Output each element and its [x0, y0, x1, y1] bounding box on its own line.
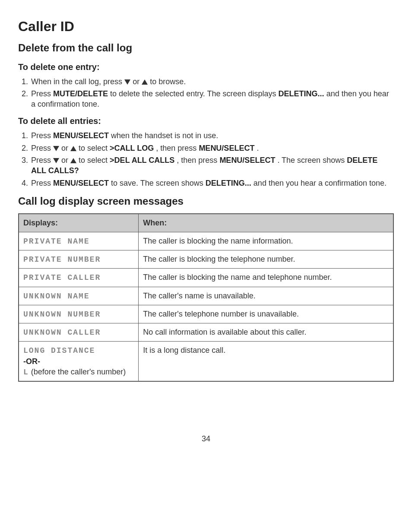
table-row: LONG DISTANCE -OR- L (before the caller'… [19, 342, 393, 381]
lcd-text: UNKNOWN NAME [23, 292, 90, 301]
lcd-text: PRIVATE NUMBER [23, 255, 101, 264]
text: Press [31, 89, 53, 98]
lcd-text: UNKNOWN CALLER [23, 328, 101, 337]
key-label: MENU/SELECT [53, 179, 109, 187]
table-row: UNKNOWN NAME The caller's name is unavai… [19, 287, 393, 305]
step: Press MENU/SELECT to save. The screen sh… [30, 178, 394, 188]
text: or [61, 144, 70, 152]
text: or [61, 156, 70, 165]
step: When in the call log, press or to browse… [30, 76, 394, 87]
text: or [133, 77, 142, 86]
text: to delete the selected entry. The screen… [110, 89, 279, 98]
lcd-text: LONG DISTANCE [23, 346, 95, 355]
table-row: UNKNOWN CALLER No call information is av… [19, 323, 393, 342]
subheading-delete-all: To delete all entries: [18, 115, 394, 127]
table-row: PRIVATE CALLER The caller is blocking th… [19, 269, 393, 287]
lcd-text: PRIVATE NAME [23, 237, 90, 246]
text: to select [79, 156, 110, 165]
cell-when: The caller's telephone number is unavail… [139, 305, 393, 323]
step: Press or to select >CALL LOG , then pres… [30, 143, 394, 153]
text: Press [31, 131, 53, 140]
step: Press MUTE/DELETE to delete the selected… [30, 89, 394, 110]
cell-when: The caller is blocking the name and tele… [139, 269, 393, 287]
menu-option: >DEL ALL CALLS [110, 156, 174, 165]
key-label: MENU/SELECT [219, 156, 275, 165]
text: , then press [177, 156, 219, 165]
up-triangle-icon [70, 158, 76, 163]
table-row: PRIVATE NUMBER The caller is blocking th… [19, 250, 393, 268]
column-header-when: When: [139, 214, 393, 232]
up-triangle-icon [142, 79, 148, 85]
down-triangle-icon [124, 79, 130, 85]
text: , then press [156, 144, 199, 152]
cell-when: No call information is available about t… [139, 323, 393, 342]
section-messages: Call log display screen messages [18, 194, 394, 208]
text: to select [79, 144, 110, 152]
table-row: PRIVATE NAME The caller is blocking the … [19, 232, 393, 250]
down-triangle-icon [53, 146, 59, 151]
down-triangle-icon [53, 158, 59, 163]
text: to browse. [150, 77, 186, 86]
lcd-prefix: L [23, 368, 29, 377]
subheading-delete-one: To delete one entry: [18, 61, 394, 73]
section-delete: Delete from the call log [18, 41, 394, 55]
text: . [257, 144, 259, 152]
text: (before the caller's number) [29, 367, 126, 376]
cell-when: It is a long distance call. [139, 342, 393, 381]
text: Press [31, 156, 53, 165]
key-label: MENU/SELECT [199, 144, 254, 152]
step: Press MENU/SELECT when the handset is no… [30, 130, 394, 141]
text: to save. The screen shows [111, 179, 206, 187]
text: Press [31, 179, 53, 187]
text: and then you hear a confirmation tone. [254, 179, 387, 187]
steps-delete-one: When in the call log, press or to browse… [18, 76, 394, 110]
up-triangle-icon [70, 146, 76, 151]
screen-text: DELETING... [279, 89, 324, 98]
or-label: -OR- [23, 357, 40, 366]
step: Press or to select >DEL ALL CALLS , then… [30, 155, 394, 176]
key-label: MUTE/DELETE [53, 89, 108, 98]
screen-text: DELETING... [206, 179, 251, 187]
messages-table: Displays: When: PRIVATE NAME The caller … [18, 213, 394, 382]
cell-when: The caller's name is unavailable. [139, 287, 393, 305]
cell-when: The caller is blocking the telephone num… [139, 250, 393, 268]
table-row: UNKNOWN NUMBER The caller's telephone nu… [19, 305, 393, 323]
page-title: Caller ID [18, 17, 394, 36]
steps-delete-all: Press MENU/SELECT when the handset is no… [18, 130, 394, 188]
lcd-text: UNKNOWN NUMBER [23, 310, 101, 319]
text: Press [31, 144, 53, 152]
cell-when: The caller is blocking the name informat… [139, 232, 393, 250]
column-header-displays: Displays: [19, 214, 139, 232]
text: When in the call log, press [31, 77, 124, 86]
menu-option: >CALL LOG [110, 144, 154, 152]
key-label: MENU/SELECT [53, 131, 109, 140]
page-number: 34 [18, 434, 394, 444]
text: . The screen shows [277, 156, 347, 165]
lcd-text: PRIVATE CALLER [23, 273, 101, 282]
text: when the handset is not in use. [111, 131, 218, 140]
